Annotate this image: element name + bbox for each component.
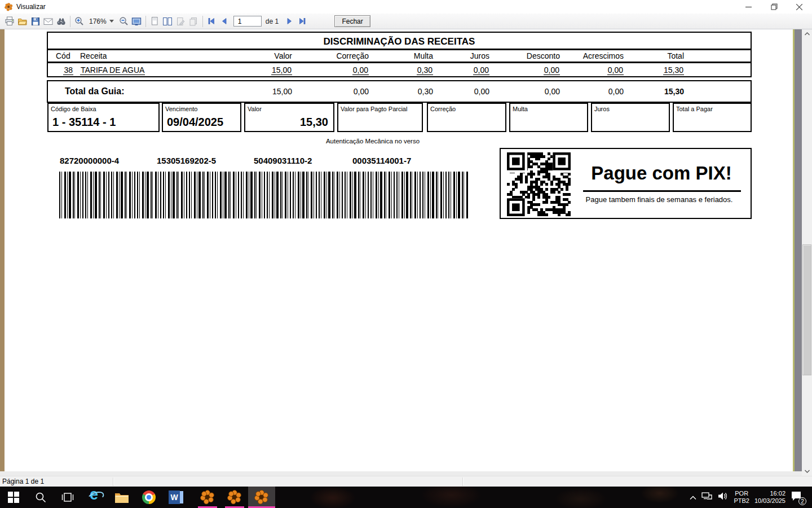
total-total: 15,30 xyxy=(624,87,684,96)
guide-total-row: Total da Guia: 15,00 0,00 0,30 0,00 0,00… xyxy=(47,80,752,103)
barcode-image xyxy=(59,172,468,218)
column-header-cod: Cód xyxy=(48,51,76,60)
open-icon[interactable] xyxy=(16,15,29,28)
page-single-icon[interactable] xyxy=(148,15,161,28)
language-indicator[interactable]: POR PTB2 xyxy=(734,490,749,505)
internet-explorer-icon[interactable] xyxy=(81,487,108,508)
nav-prev-icon[interactable] xyxy=(218,15,231,28)
app-flower-taskbar-2[interactable] xyxy=(221,487,248,508)
zoom-level-value: 176% xyxy=(89,17,107,25)
page-edit-icon[interactable] xyxy=(174,15,187,28)
network-icon[interactable] xyxy=(701,492,713,503)
cell-valor: 15,00 xyxy=(271,65,292,75)
save-icon[interactable] xyxy=(29,15,42,28)
field-multa: Multa xyxy=(509,103,588,132)
cell-juros: 0,00 xyxy=(473,65,489,75)
close-button[interactable] xyxy=(787,0,812,14)
pix-title: Pague com PIX! xyxy=(576,163,747,184)
column-header-acrescimos: Acrescimos xyxy=(560,51,624,60)
column-header-juros: Juros xyxy=(433,51,489,60)
zoom-in-icon[interactable] xyxy=(73,15,86,28)
tray-chevron-up-icon[interactable] xyxy=(690,492,696,502)
field-juros: Juros xyxy=(591,103,670,132)
language-code: POR xyxy=(735,490,748,497)
cell-multa: 0,30 xyxy=(417,65,433,75)
field-value: 09/04/2025 xyxy=(167,116,223,129)
barcode-field-4: 00035114001-7 xyxy=(352,156,411,165)
total-desconto: 0,00 xyxy=(489,87,560,96)
app-flower-taskbar-active[interactable] xyxy=(248,487,275,508)
fechar-close-preview-button[interactable]: Fechar xyxy=(334,15,370,27)
taskbar: W POR PTB2 xyxy=(0,487,812,508)
email-icon[interactable] xyxy=(42,15,55,28)
field-codigo-de-baixa: Código de Baixa 1 - 35114 - 1 xyxy=(47,103,160,132)
find-icon[interactable] xyxy=(55,15,68,28)
field-label: Correção xyxy=(430,106,456,112)
toolbar: 176% de 1 xyxy=(0,14,812,29)
pix-subtitle: Pague tambem finais de semanas e feriado… xyxy=(571,195,747,204)
app-flower-taskbar-1[interactable] xyxy=(194,487,221,508)
chrome-icon[interactable] xyxy=(135,487,162,508)
file-explorer-icon[interactable] xyxy=(108,487,135,508)
scrollbar-thumb[interactable] xyxy=(802,244,811,375)
total-acrescimos: 0,00 xyxy=(560,87,624,96)
total-valor: 15,00 xyxy=(240,87,292,96)
restore-button[interactable] xyxy=(761,0,787,14)
cell-acrescimos: 0,00 xyxy=(607,65,624,75)
tray-time: 16:02 xyxy=(770,490,785,497)
zoom-out-icon[interactable] xyxy=(117,15,130,28)
notification-badge: 2 xyxy=(798,497,806,505)
field-label: Valor para Pagto Parcial xyxy=(341,106,407,112)
pix-qr-code xyxy=(507,152,571,216)
table-row: 38 TARIFA DE AGUA 15,00 0,00 0,30 0,00 0… xyxy=(48,63,751,76)
vertical-scrollbar[interactable] xyxy=(802,29,812,476)
app-window: Visualizar xyxy=(0,0,812,508)
column-header-valor: Valor xyxy=(240,51,292,60)
field-total-a-pagar: Total a Pagar xyxy=(673,103,752,132)
receipts-table-header: Cód Receita Valor Correção Multa Juros D… xyxy=(48,50,751,63)
field-label: Vencimento xyxy=(165,106,197,112)
pix-box: Pague com PIX! Pague tambem finais de se… xyxy=(500,148,752,219)
cell-receita: TARIFA DE AGUA xyxy=(80,65,145,75)
field-label: Total a Pagar xyxy=(676,106,713,112)
nav-first-icon[interactable] xyxy=(205,15,218,28)
field-value: 15,30 xyxy=(300,116,328,129)
pix-title-underline xyxy=(583,190,741,192)
toolbar-separator xyxy=(202,16,203,27)
page-copy-icon[interactable] xyxy=(187,15,200,28)
action-center-icon[interactable]: 2 xyxy=(791,491,805,504)
total-label: Total da Guia: xyxy=(48,86,240,97)
status-bar: Página 1 de 1 xyxy=(0,476,812,487)
field-label: Código de Baixa xyxy=(51,106,96,112)
nav-last-icon[interactable] xyxy=(295,15,308,28)
receipts-table: DISCRIMINAÇÃO DAS RECEITAS Cód Receita V… xyxy=(47,32,752,77)
field-valor-pagto-parcial: Valor para Pagto Parcial xyxy=(337,103,423,132)
volume-icon[interactable] xyxy=(718,492,729,503)
clock[interactable]: 16:02 10/03/2025 xyxy=(754,490,785,505)
column-header-receita: Receita xyxy=(76,51,240,60)
nav-next-icon[interactable] xyxy=(283,15,295,28)
chevron-down-icon xyxy=(109,20,114,23)
scroll-up-icon[interactable] xyxy=(802,29,812,38)
window-title: Visualizar xyxy=(16,3,46,11)
field-label: Juros xyxy=(594,106,610,112)
word-icon[interactable]: W xyxy=(162,487,189,508)
taskbar-search-icon[interactable] xyxy=(27,487,54,508)
start-button[interactable] xyxy=(0,487,27,508)
page-number-input[interactable] xyxy=(233,16,262,27)
fit-page-icon[interactable] xyxy=(130,15,143,28)
page-left-edge xyxy=(0,29,5,471)
cell-desconto: 0,00 xyxy=(544,65,560,75)
column-header-desconto: Desconto xyxy=(489,51,560,60)
minimize-button[interactable] xyxy=(736,0,761,14)
cell-correcao: 0,00 xyxy=(352,65,369,75)
keyboard-layout: PTB2 xyxy=(734,497,749,504)
field-correcao: Correção xyxy=(427,103,506,132)
zoom-level-combo[interactable]: 176% xyxy=(86,17,117,25)
scroll-down-icon[interactable] xyxy=(802,467,812,476)
page-status: Página 1 de 1 xyxy=(0,478,44,485)
facing-pages-icon[interactable] xyxy=(161,15,174,28)
auth-note: Autenticação Mecânica no verso xyxy=(313,138,433,144)
task-view-icon[interactable] xyxy=(54,487,81,508)
print-icon[interactable] xyxy=(3,15,16,28)
